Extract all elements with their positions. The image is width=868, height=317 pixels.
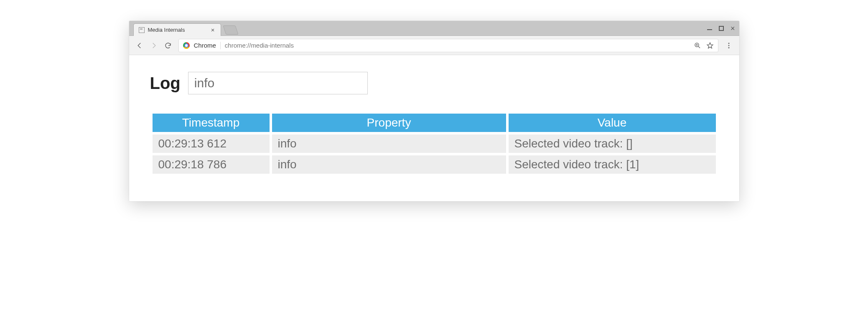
arrow-right-icon xyxy=(150,42,158,49)
back-button[interactable] xyxy=(133,39,146,52)
svg-point-2 xyxy=(728,45,729,46)
cell-value: Selected video track: [1] xyxy=(509,155,716,174)
col-timestamp: Timestamp xyxy=(153,114,270,132)
close-window-icon[interactable]: × xyxy=(731,25,735,32)
page-content: Log Timestamp Property Value 00:29:13 6 xyxy=(129,55,739,201)
window-controls: × xyxy=(707,21,735,36)
browser-menu-button[interactable] xyxy=(723,39,735,52)
table-header-row: Timestamp Property Value xyxy=(153,114,716,132)
vertical-dots-icon xyxy=(725,42,733,49)
new-tab-button[interactable] xyxy=(223,25,238,35)
page-favicon-icon xyxy=(139,27,145,33)
browser-toolbar: Chrome chrome://media-internals xyxy=(129,36,739,55)
bookmark-star-icon[interactable] xyxy=(706,42,714,49)
url-text: chrome://media-internals xyxy=(225,42,690,49)
chrome-logo-icon xyxy=(183,42,190,49)
arrow-left-icon xyxy=(136,42,143,49)
cell-timestamp: 00:29:13 612 xyxy=(153,134,270,153)
browser-tab[interactable]: Media Internals × xyxy=(133,23,221,36)
col-value: Value xyxy=(509,114,716,132)
forward-button[interactable] xyxy=(148,39,160,52)
browser-window: Media Internals × × Chrome xyxy=(129,21,739,201)
maximize-icon[interactable] xyxy=(719,26,724,31)
tab-strip: Media Internals × × xyxy=(129,21,739,36)
cell-timestamp: 00:29:18 786 xyxy=(153,155,270,174)
log-heading: Log xyxy=(150,74,181,93)
log-table: Timestamp Property Value 00:29:13 612 in… xyxy=(150,111,718,176)
log-header: Log xyxy=(150,72,718,94)
minimize-icon[interactable] xyxy=(707,27,712,30)
svg-point-3 xyxy=(728,47,729,48)
table-row: 00:29:18 786 info Selected video track: … xyxy=(153,155,716,174)
cell-property: info xyxy=(272,155,506,174)
svg-point-1 xyxy=(728,43,729,44)
log-filter-input[interactable] xyxy=(188,72,368,94)
reload-button[interactable] xyxy=(162,39,174,52)
origin-separator xyxy=(220,42,221,49)
table-row: 00:29:13 612 info Selected video track: … xyxy=(153,134,716,153)
close-tab-icon[interactable]: × xyxy=(209,26,216,34)
tab-title: Media Internals xyxy=(148,27,206,33)
origin-label: Chrome xyxy=(194,42,216,49)
cell-value: Selected video track: [] xyxy=(509,134,716,153)
zoom-icon[interactable] xyxy=(694,42,701,49)
address-bar[interactable]: Chrome chrome://media-internals xyxy=(178,39,718,52)
col-property: Property xyxy=(272,114,506,132)
reload-icon xyxy=(164,42,172,49)
cell-property: info xyxy=(272,134,506,153)
